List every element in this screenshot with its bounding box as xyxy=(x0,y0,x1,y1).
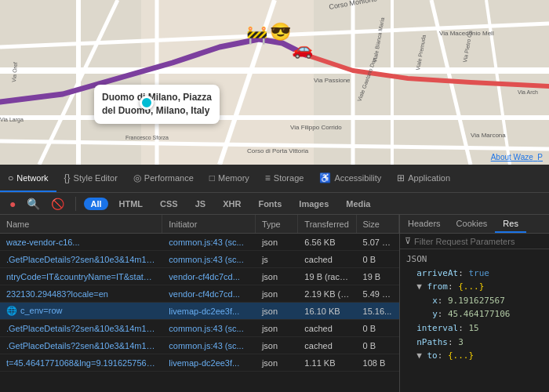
json-x-line: x: 9.191627567 xyxy=(406,294,543,308)
style-editor-icon: {} xyxy=(64,172,71,183)
cell-size: 0 B xyxy=(357,341,399,350)
filter-css[interactable]: CSS xyxy=(154,198,184,210)
accessibility-icon: ♿ xyxy=(319,172,331,183)
emoji-icon-1: 🚧 xyxy=(246,25,267,45)
clear-button[interactable]: 🚫 xyxy=(48,196,67,212)
col-header-size[interactable]: Size xyxy=(357,215,399,233)
right-panel: Headers Cookies Res ⊽ JSON arriveAt: tru… xyxy=(400,215,549,392)
cell-type: json xyxy=(256,341,298,350)
cell-transferred: 2.19 KB (rac...) xyxy=(298,289,356,299)
col-header-name[interactable]: Name xyxy=(0,215,162,233)
filter-xhr[interactable]: XHR xyxy=(216,198,247,210)
svg-text:Via Passione: Via Passione xyxy=(314,77,351,84)
cell-size: 0 B xyxy=(357,324,399,333)
storage-icon: ≡ xyxy=(265,172,271,183)
table-row[interactable]: 232130.294483?locale=en vendor-cf4dc7cd.… xyxy=(0,285,399,303)
tab-application[interactable]: ⊞ Application xyxy=(389,165,458,192)
json-interval-line: interval: 15 xyxy=(406,321,543,336)
cell-type: json xyxy=(256,307,298,316)
table-row[interactable]: .GetPlaceDetails?2sen&10e3&14m1&1st comm… xyxy=(0,320,399,337)
cell-type: json xyxy=(256,358,298,368)
tab-storage[interactable]: ≡ Storage xyxy=(257,165,312,192)
record-button[interactable]: ● xyxy=(6,196,19,212)
tab-network[interactable]: ○ Network xyxy=(0,165,56,192)
filter-images[interactable]: Images xyxy=(293,198,335,210)
col-header-transferred[interactable]: Transferred xyxy=(298,215,356,233)
table-row[interactable]: .GetPlaceDetails?2sen&10e3&14m1&1st comm… xyxy=(0,337,399,354)
cell-transferred: 1.11 KB xyxy=(298,358,356,368)
cell-type: js xyxy=(256,255,298,264)
waze-about-link[interactable]: About Waze P xyxy=(491,153,543,162)
requests-panel: Name Initiator Type Transferred Size waz… xyxy=(0,215,400,392)
cell-initiator: vendor-cf4dc7cd... xyxy=(162,272,256,281)
table-area: Name Initiator Type Transferred Size waz… xyxy=(0,215,549,392)
emoji-icon-3: 🚗 xyxy=(292,39,313,60)
cell-name: .GetPlaceDetails?2sen&10e3&14m1&1st xyxy=(0,341,162,350)
network-toolbar: ● 🔍 🚫 All HTML CSS JS XHR Fonts Images M… xyxy=(0,193,549,215)
performance-icon: ◎ xyxy=(133,172,141,183)
col-header-type[interactable]: Type xyxy=(256,215,298,233)
tab-response[interactable]: Res xyxy=(495,215,526,233)
cell-type: json xyxy=(256,324,298,333)
emoji-icon-2: 😎 xyxy=(270,22,291,42)
cell-transferred: cached xyxy=(298,324,356,333)
cell-transferred: 19 B (raced) xyxy=(298,272,356,281)
json-npaths-line: nPaths: 3 xyxy=(406,336,543,350)
json-to-line[interactable]: ▼ to: {...} xyxy=(406,349,543,363)
cell-size: 108 B xyxy=(357,358,399,368)
cell-transferred: 6.56 KB xyxy=(298,238,356,247)
svg-text:Corso di Porta Vittoria: Corso di Porta Vittoria xyxy=(247,147,309,154)
cell-name: 🌐c_env=row xyxy=(0,306,162,316)
cell-type: json xyxy=(256,272,298,281)
cell-transferred: cached xyxy=(298,341,356,350)
tab-performance[interactable]: ◎ Performance xyxy=(125,165,202,192)
search-button[interactable]: 🔍 xyxy=(24,196,43,212)
cell-type: json xyxy=(256,289,298,299)
table-row[interactable]: 🌐c_env=row livemap-dc2ee3f... json 16.10… xyxy=(0,303,399,320)
cell-size: 15.16... xyxy=(357,307,399,316)
tab-headers[interactable]: Headers xyxy=(400,215,449,233)
table-row[interactable]: t=45.4641771068&lng=9.1916257567&time li… xyxy=(0,354,399,372)
cell-transferred: cached xyxy=(298,255,356,264)
cell-name: waze-vendor-c16... xyxy=(0,238,162,247)
memory-icon: □ xyxy=(209,172,215,183)
json-from-line[interactable]: ▼ from: {...} xyxy=(406,280,543,294)
cell-size: 5.49 KB xyxy=(357,289,399,299)
filter-row: ⊽ xyxy=(400,234,549,249)
json-label-line: JSON xyxy=(406,252,543,267)
cell-initiator: livemap-dc2ee3f... xyxy=(162,358,256,368)
col-header-initiator[interactable]: Initiator xyxy=(162,215,256,233)
svg-text:Via Marcona: Via Marcona xyxy=(471,132,506,139)
filter-all[interactable]: All xyxy=(84,198,107,210)
tab-cookies[interactable]: Cookies xyxy=(449,215,496,233)
cell-name: ntryCode=IT&countryName=IT&state=Lo xyxy=(0,272,162,281)
cell-size: 0 B xyxy=(357,255,399,264)
filter-fonts[interactable]: Fonts xyxy=(252,198,288,210)
table-header: Name Initiator Type Transferred Size xyxy=(0,215,399,234)
filter-html[interactable]: HTML xyxy=(113,198,150,210)
tab-style-editor[interactable]: {} Style Editor xyxy=(56,165,125,192)
tab-accessibility[interactable]: ♿ Accessibility xyxy=(311,165,389,192)
svg-text:Via Larga: Via Larga xyxy=(0,117,24,123)
cell-initiator: vendor-cf4dc7cd... xyxy=(162,289,256,299)
table-row[interactable]: .GetPlaceDetails?2sen&10e3&14m1&1st comm… xyxy=(0,251,399,268)
cell-initiator: common.js:43 (sc... xyxy=(162,255,256,264)
cell-type: json xyxy=(256,238,298,247)
svg-text:Francesco Sforza: Francesco Sforza xyxy=(125,135,169,140)
table-row[interactable]: ntryCode=IT&countryName=IT&state=Lo vend… xyxy=(0,268,399,285)
table-row[interactable]: waze-vendor-c16... common.js:43 (sc... j… xyxy=(0,234,399,251)
cell-size: 19 B xyxy=(357,272,399,281)
tab-memory[interactable]: □ Memory xyxy=(202,165,257,192)
cell-name: .GetPlaceDetails?2sen&10e3&14m1&1st xyxy=(0,324,162,333)
network-icon: ○ xyxy=(8,172,13,183)
devtools-tab-bar: ○ Network {} Style Editor ◎ Performance … xyxy=(0,165,549,193)
filter-icon: ⊽ xyxy=(405,236,411,246)
filter-input[interactable] xyxy=(414,237,544,246)
cell-initiator: livemap-dc2ee3f... xyxy=(162,307,256,316)
map-tooltip: Duomo di Milano, Piazza del Duomo, Milan… xyxy=(94,85,220,124)
filter-media[interactable]: Media xyxy=(340,198,376,210)
cell-name: 232130.294483?locale=en xyxy=(0,289,162,299)
filter-js[interactable]: JS xyxy=(189,198,212,210)
application-icon: ⊞ xyxy=(397,172,405,183)
cell-initiator: common.js:43 (sc... xyxy=(162,324,256,333)
